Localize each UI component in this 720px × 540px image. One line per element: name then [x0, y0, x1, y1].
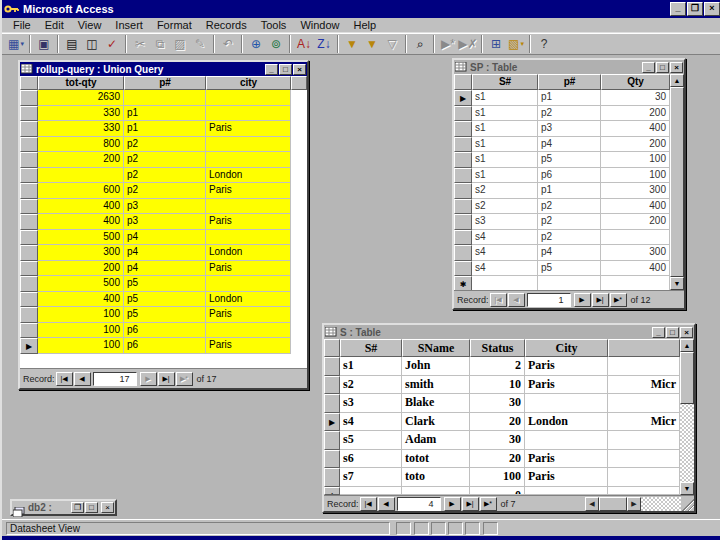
cell[interactable] [608, 394, 680, 413]
cell[interactable]: p5 [124, 307, 206, 323]
cell[interactable]: p4 [538, 245, 601, 261]
cell[interactable]: totot [402, 450, 470, 469]
cell[interactable]: Paris [525, 357, 608, 376]
record-selector[interactable] [324, 431, 340, 450]
cell[interactable] [608, 487, 680, 495]
record-selector[interactable] [454, 214, 472, 230]
previous-record-button[interactable]: ◀ [74, 372, 91, 386]
cell[interactable] [538, 276, 601, 290]
cell[interactable]: s4 [472, 261, 538, 277]
cell[interactable] [608, 450, 680, 469]
cell[interactable]: Paris [525, 450, 608, 469]
cell[interactable] [525, 487, 608, 495]
record-selector[interactable] [324, 394, 340, 413]
first-record-button[interactable]: |◀ [56, 372, 73, 386]
s-table-titlebar[interactable]: S : Table _ □ × [324, 325, 694, 339]
cell[interactable]: Paris [206, 307, 291, 323]
cell[interactable]: p4 [538, 137, 601, 153]
menu-format[interactable]: Format [150, 18, 199, 32]
cell[interactable]: s1 [472, 152, 538, 168]
first-record-button[interactable]: |◀ [360, 497, 377, 511]
cell[interactable]: Adam [402, 431, 470, 450]
print-button[interactable]: ▤ [62, 34, 82, 54]
cell[interactable]: 2630 [38, 90, 124, 106]
cell[interactable] [206, 90, 291, 106]
cell[interactable]: Paris [206, 121, 291, 137]
column-header[interactable]: City [525, 339, 608, 357]
record-selector[interactable] [454, 137, 472, 153]
new-record-button[interactable]: ▶* [438, 34, 458, 54]
menu-records[interactable]: Records [199, 18, 254, 32]
scroll-right-button[interactable]: ▶ [627, 497, 641, 511]
record-selector[interactable] [20, 106, 38, 122]
sort-ascending-button[interactable]: A↓ [294, 34, 314, 54]
cell[interactable]: London [206, 168, 291, 184]
cell[interactable]: 200 [38, 152, 124, 168]
cell[interactable]: John [402, 357, 470, 376]
current-record-arrow[interactable]: ▶ [454, 90, 472, 106]
rollup-minimize-button[interactable]: _ [265, 64, 278, 75]
filter-by-selection-button[interactable]: ▼ [342, 34, 362, 54]
database-window-button[interactable]: ⊞ [486, 34, 506, 54]
format-painter-button[interactable]: ✎ [190, 34, 210, 54]
new-record-asterisk[interactable]: ✱ [454, 276, 472, 290]
db2-close-button[interactable]: × [101, 502, 114, 513]
scroll-down-button[interactable]: ▼ [680, 482, 694, 495]
cell[interactable]: Paris [206, 338, 291, 354]
cell[interactable] [608, 431, 680, 450]
cell[interactable]: 100 [38, 307, 124, 323]
cell[interactable]: 30 [470, 394, 525, 413]
cell[interactable]: London [206, 245, 291, 261]
s-maximize-button[interactable]: □ [666, 327, 679, 338]
column-header[interactable]: p# [538, 74, 601, 90]
cell[interactable]: s4 [472, 230, 538, 246]
cell[interactable] [206, 152, 291, 168]
db2-maximize-button[interactable]: □ [85, 502, 98, 513]
cell[interactable]: 330 [38, 106, 124, 122]
s-horizontal-scrollbar[interactable]: ◀▶ [585, 497, 681, 511]
db2-restore-button[interactable]: ❐ [71, 502, 84, 513]
record-selector[interactable] [20, 230, 38, 246]
new-record-button[interactable]: ▶* [176, 372, 193, 386]
record-selector[interactable] [20, 276, 38, 292]
cell[interactable]: 10 [470, 376, 525, 395]
cell[interactable]: p2 [124, 152, 206, 168]
s-minimize-button[interactable]: _ [652, 327, 665, 338]
cell[interactable] [601, 276, 670, 290]
cell[interactable]: 20 [470, 413, 525, 432]
cell[interactable]: Micr [608, 376, 680, 395]
menu-view[interactable]: View [71, 18, 109, 32]
office-assistant-button[interactable]: ? [534, 34, 554, 54]
cell[interactable]: Paris [525, 468, 608, 487]
app-restore-button[interactable]: ❐ [687, 2, 703, 16]
app-minimize-button[interactable]: _ [670, 2, 686, 16]
sp-table-titlebar[interactable]: SP : Table _ □ × [454, 60, 684, 74]
cell[interactable] [608, 357, 680, 376]
sp-vertical-scrollbar[interactable]: ▲ ▼ [670, 74, 684, 290]
undo-button[interactable]: ↶ [218, 34, 238, 54]
select-all-corner[interactable] [454, 74, 472, 90]
record-selector[interactable] [20, 183, 38, 199]
record-selector[interactable] [454, 245, 472, 261]
cell[interactable]: 300 [601, 183, 670, 199]
view-datasheet-dropdown[interactable]: ▦▾ [6, 34, 26, 54]
cell[interactable]: 400 [601, 261, 670, 277]
cell[interactable]: p6 [124, 338, 206, 354]
record-selector[interactable] [324, 468, 340, 487]
previous-record-button[interactable]: ◀ [508, 293, 525, 307]
cell[interactable] [601, 230, 670, 246]
record-selector[interactable] [454, 121, 472, 137]
cell[interactable] [206, 106, 291, 122]
db2-window[interactable]: db2 : ❐ □ × [10, 499, 117, 516]
cell[interactable]: 300 [601, 245, 670, 261]
select-all-corner[interactable] [20, 76, 38, 90]
cell[interactable]: s3 [340, 394, 402, 413]
rollup-close-button[interactable]: × [293, 64, 306, 75]
web-toolbar-button[interactable]: ⊚ [266, 34, 286, 54]
cell[interactable]: s2 [472, 183, 538, 199]
cell[interactable] [38, 168, 124, 184]
record-number-input[interactable]: 1 [527, 293, 571, 307]
record-selector[interactable] [20, 199, 38, 215]
cell[interactable]: Clark [402, 413, 470, 432]
cell[interactable]: 400 [38, 292, 124, 308]
